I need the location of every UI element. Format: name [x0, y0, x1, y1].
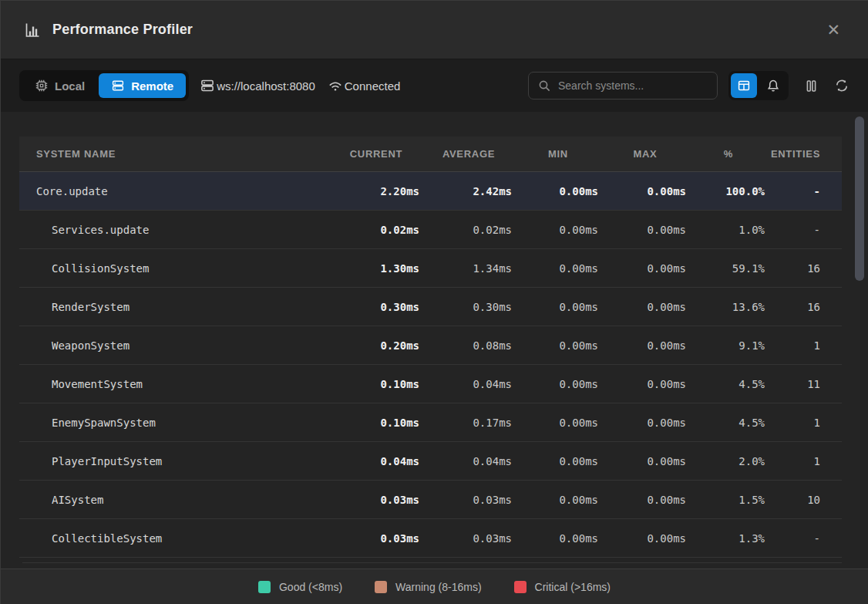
system-name: MovementSystem	[19, 378, 330, 390]
average-value: 1.34ms	[422, 262, 515, 275]
pause-icon	[804, 79, 819, 93]
legend-item-warning: Warning (8-16ms)	[375, 581, 482, 593]
average-value: 0.30ms	[422, 301, 515, 313]
local-tab-button[interactable]: Local	[22, 73, 97, 98]
table-view-button[interactable]	[731, 73, 757, 98]
column-header-system-name[interactable]: SYSTEM NAME	[19, 148, 330, 160]
column-header-current[interactable]: CURRENT	[330, 148, 422, 160]
remote-tab-button[interactable]: Remote	[99, 73, 186, 98]
max-value: 0.00ms	[601, 455, 689, 467]
max-value: 0.00ms	[601, 532, 689, 545]
min-value: 0.00ms	[515, 532, 601, 545]
current-value: 2.20ms	[330, 185, 422, 197]
min-value: 0.00ms	[515, 339, 601, 352]
max-value: 0.00ms	[601, 378, 689, 390]
current-value: 0.10ms	[330, 378, 422, 390]
table-row[interactable]: Core.update 2.20ms 2.42ms 0.00ms 0.00ms …	[19, 172, 842, 211]
column-header-percent[interactable]: %	[689, 148, 768, 160]
legend-label: Good (<8ms)	[279, 581, 342, 593]
entities-value: 16	[768, 262, 842, 275]
max-value: 0.00ms	[601, 417, 689, 429]
performance-profiler-window: Performance Profiler ✕ Local	[0, 0, 868, 604]
pause-button[interactable]	[804, 79, 819, 93]
legend-item-critical: Critical (>16ms)	[514, 581, 611, 593]
column-header-min[interactable]: MIN	[515, 148, 601, 160]
percent-value: 13.6%	[689, 301, 768, 313]
alerts-button[interactable]	[760, 73, 786, 98]
min-value: 0.00ms	[515, 224, 601, 236]
refresh-button[interactable]	[834, 78, 849, 93]
average-value: 0.17ms	[422, 417, 515, 429]
table-row[interactable]: CollectibleSystem 0.03ms 0.03ms 0.00ms 0…	[19, 519, 842, 558]
bar-chart-icon	[24, 22, 41, 39]
column-header-max[interactable]: MAX	[601, 148, 689, 160]
entities-value: -	[768, 532, 842, 545]
table-row[interactable]: MovementSystem 0.10ms 0.04ms 0.00ms 0.00…	[19, 365, 842, 403]
average-value: 0.08ms	[422, 339, 515, 352]
percent-value: 4.5%	[689, 378, 768, 390]
average-value: 0.04ms	[422, 378, 515, 390]
table-row[interactable]: WeaponSystem 0.20ms 0.08ms 0.00ms 0.00ms…	[19, 326, 842, 365]
max-value: 0.00ms	[601, 301, 689, 313]
average-value: 0.02ms	[422, 224, 515, 236]
max-value: 0.00ms	[601, 494, 689, 506]
table-row[interactable]: AISystem 0.03ms 0.03ms 0.00ms 0.00ms 1.5…	[19, 481, 842, 519]
connection-status: Connected	[328, 78, 401, 93]
table-row[interactable]: PlayerInputSystem 0.04ms 0.04ms 0.00ms 0…	[19, 442, 842, 481]
system-name: Core.update	[19, 185, 330, 197]
table-row[interactable]: EnemySpawnSystem 0.10ms 0.17ms 0.00ms 0.…	[19, 403, 842, 442]
entities-value: 11	[768, 378, 842, 390]
min-value: 0.00ms	[515, 301, 601, 313]
entities-value: 1	[768, 339, 842, 352]
server-icon	[111, 79, 125, 93]
search-box[interactable]	[528, 72, 718, 100]
min-value: 0.00ms	[515, 455, 601, 467]
title-bar: Performance Profiler ✕	[1, 1, 868, 59]
current-value: 0.03ms	[330, 532, 422, 545]
current-value: 1.30ms	[330, 262, 422, 275]
current-value: 0.04ms	[330, 455, 422, 467]
connection-status-label: Connected	[345, 79, 401, 93]
min-value: 0.00ms	[515, 494, 601, 506]
search-input[interactable]	[558, 79, 708, 92]
column-header-average[interactable]: AVERAGE	[422, 148, 515, 160]
percent-value: 1.0%	[689, 224, 768, 236]
entities-value: 1	[768, 455, 842, 467]
critical-color-swatch	[514, 581, 527, 593]
warning-color-swatch	[375, 581, 387, 593]
entities-value: -	[768, 224, 842, 236]
connection-info: ws://localhost:8080 Connected	[200, 78, 400, 93]
legend-item-good: Good (<8ms)	[258, 581, 342, 593]
bell-icon	[766, 79, 780, 93]
system-name: Services.update	[19, 224, 330, 236]
column-header-entities[interactable]: ENTITIES	[768, 148, 842, 160]
current-value: 0.30ms	[330, 301, 422, 313]
percent-value: 59.1%	[689, 262, 768, 275]
percent-value: 100.0%	[689, 185, 768, 197]
current-value: 0.10ms	[330, 417, 422, 429]
good-color-swatch	[258, 581, 271, 593]
max-value: 0.00ms	[601, 339, 689, 352]
vertical-scrollbar-thumb[interactable]	[855, 116, 864, 281]
max-value: 0.00ms	[601, 262, 689, 275]
percent-value: 4.5%	[689, 417, 768, 429]
system-name: CollectibleSystem	[19, 532, 330, 545]
system-name: EnemySpawnSystem	[19, 417, 330, 429]
wifi-icon	[328, 78, 343, 93]
average-value: 0.04ms	[422, 455, 515, 467]
close-icon[interactable]: ✕	[822, 19, 845, 41]
cpu-icon	[35, 79, 49, 93]
table-view-icon	[737, 79, 751, 93]
local-tab-label: Local	[55, 79, 85, 93]
max-value: 0.00ms	[601, 224, 689, 236]
percent-value: 2.0%	[689, 455, 768, 467]
table-row[interactable]: RenderSystem 0.30ms 0.30ms 0.00ms 0.00ms…	[19, 288, 842, 326]
refresh-icon	[834, 78, 849, 93]
remote-tab-label: Remote	[131, 79, 173, 93]
min-value: 0.00ms	[515, 417, 601, 429]
entities-value: 10	[768, 494, 842, 506]
system-name: WeaponSystem	[19, 339, 330, 352]
table-row[interactable]: Services.update 0.02ms 0.02ms 0.00ms 0.0…	[19, 211, 842, 249]
legend-label: Critical (>16ms)	[535, 581, 611, 593]
table-row[interactable]: CollisionSystem 1.30ms 1.34ms 0.00ms 0.0…	[19, 249, 842, 288]
